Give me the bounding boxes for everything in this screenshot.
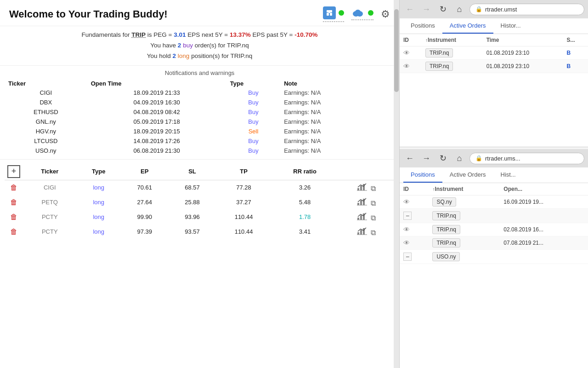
notif-time: 18.09.2019 21:33	[87, 88, 226, 98]
eye-icon[interactable]: 👁	[403, 198, 410, 206]
delete-position-button[interactable]: 🗑	[10, 184, 17, 192]
copy-icon[interactable]: ⧉	[371, 229, 376, 236]
position-row: 🗑 PCTY long 99.90 93.96 110.44 1.78 ⧉	[5, 210, 395, 224]
refresh-button-bottom[interactable]: ↻	[436, 152, 449, 165]
order-id-cell: 👁	[400, 60, 422, 73]
plugin-icon	[323, 6, 336, 19]
pos-tp: 37.27	[216, 195, 271, 210]
orders-col-instrument: ↑Instrument	[422, 34, 483, 46]
copy-icon[interactable]: ⧉	[371, 214, 376, 222]
status-green-2	[368, 10, 373, 16]
tab-history-bottom[interactable]: Hist...	[493, 167, 523, 183]
scrollbar[interactable]	[394, 0, 399, 368]
icon-group-1	[323, 6, 344, 22]
chart-icon[interactable]	[357, 183, 367, 191]
pos2-col-open: Open...	[500, 183, 588, 196]
position-row: 🗑 CIGI long 70.61 68.57 77.28 3.26 ⧉	[5, 180, 395, 195]
svg-rect-12	[360, 201, 362, 205]
refresh-button-top[interactable]: ↻	[436, 3, 449, 16]
orders-col-id: ID	[400, 34, 422, 46]
pos-ep: 99.90	[121, 210, 169, 224]
pos-delete-cell: 🗑	[5, 210, 23, 224]
pos2-col-id: ID	[400, 183, 429, 196]
pos-ep: 97.39	[121, 224, 169, 239]
pos-actions: ⧉	[338, 180, 395, 195]
notif-type: Buy	[226, 88, 280, 98]
chart-icon[interactable]	[357, 197, 367, 206]
order-status: B	[563, 46, 588, 60]
svg-rect-1	[330, 13, 332, 16]
chart-icon[interactable]	[357, 227, 367, 235]
notif-time: 05.09.2019 17:18	[87, 117, 226, 126]
svg-rect-8	[360, 186, 362, 190]
pos-actions: ⧉	[338, 210, 395, 224]
delete-position-button[interactable]: 🗑	[10, 213, 17, 221]
notif-note: Earnings: N/A	[280, 98, 395, 107]
copy-icon[interactable]: ⧉	[371, 184, 376, 192]
lock-icon-bottom: 🔒	[475, 155, 482, 161]
eye-icon[interactable]: 👁	[403, 226, 410, 233]
delete-position-button[interactable]: 🗑	[10, 228, 17, 236]
eye-icon[interactable]: 👁	[403, 49, 410, 57]
position-row2: 👁 TRIP.nq 07.08.2019 21...	[400, 236, 588, 250]
status-green-1	[339, 10, 344, 16]
notif-type: Buy	[226, 107, 280, 117]
browser-toolbar-bottom: ← → ↻ ⌂ 🔒 rtrader.ums...	[400, 149, 588, 167]
col-note: Note	[280, 79, 395, 88]
pos-rr: 1.78	[271, 210, 339, 224]
long-count: 2	[173, 52, 176, 59]
header-icons: ⚙	[323, 6, 390, 22]
notif-ticker: DBX	[5, 98, 87, 107]
tab-positions-bottom[interactable]: Positions	[403, 167, 442, 183]
home-button-bottom[interactable]: ⌂	[453, 152, 466, 165]
svg-rect-16	[360, 215, 362, 220]
instrument-badge: TRIP.nq	[425, 48, 453, 58]
forward-button-bottom[interactable]: →	[420, 152, 433, 165]
browser-tabs-top: Positions Active Orders Histor...	[400, 18, 588, 34]
add-position-button[interactable]: +	[7, 165, 20, 178]
notif-row: USO.ny 06.08.2019 21:30 Buy Earnings: N/…	[5, 146, 395, 155]
pos-badge: SQ.ny	[432, 197, 456, 207]
order-time: 01.08.2019 23:10	[483, 60, 563, 73]
cloud-icon	[351, 8, 365, 17]
peg-label: PEG =	[153, 31, 172, 38]
back-button-bottom[interactable]: ←	[403, 152, 416, 165]
eps-past-label: EPS past 5Y =	[253, 31, 293, 38]
settings-button[interactable]: ⚙	[381, 8, 390, 20]
pos2-time: 16.09.2019 19...	[500, 196, 588, 209]
eps-next-value: 13.37%	[230, 31, 251, 38]
copy-icon[interactable]: ⧉	[371, 199, 376, 207]
notif-ticker: GNL.ny	[5, 117, 87, 126]
browser-top: ← → ↻ ⌂ 🔒 rtrader.umst Positions Active …	[400, 0, 588, 147]
pos-col-actions	[338, 163, 395, 180]
position-row2: 👁 SQ.ny 16.09.2019 19...	[400, 196, 588, 209]
pos-col-rr: RR ratio	[271, 163, 339, 180]
delete-position-button[interactable]: 🗑	[10, 198, 17, 207]
home-button-top[interactable]: ⌂	[453, 3, 466, 16]
chart-icon[interactable]	[357, 212, 367, 220]
position-row2: − USO.ny	[400, 250, 588, 264]
notif-row: ETHUSD 04.08.2019 08:42 Buy Earnings: N/…	[5, 107, 395, 117]
tab-active-orders-bottom[interactable]: Active Orders	[442, 167, 493, 183]
eye-icon[interactable]: 👁	[403, 63, 410, 70]
tab-history-top[interactable]: Histor...	[493, 18, 528, 34]
pos-sl: 25.88	[169, 195, 216, 210]
fundamentals-line1: Fundamentals for TRIP is PEG = 3.01 EPS …	[5, 30, 395, 40]
eye-icon[interactable]: 👁	[403, 239, 410, 247]
pos-badge: USO.ny	[432, 252, 460, 261]
position-row2: 👁 TRIP.nq 02.08.2019 16...	[400, 223, 588, 236]
svg-point-6	[355, 10, 361, 14]
tab-active-orders-top[interactable]: Active Orders	[442, 18, 493, 34]
minus-icon[interactable]: −	[403, 253, 412, 261]
position-row: 🗑 PCTY long 97.39 93.57 110.44 3.41 ⧉	[5, 224, 395, 239]
notif-note: Earnings: N/A	[280, 126, 395, 136]
pos2-col-instrument: ↑Instrument	[429, 183, 500, 196]
back-button-top[interactable]: ←	[403, 3, 416, 16]
tab-positions-top[interactable]: Positions	[403, 18, 442, 34]
browser-content-bottom: ID ↑Instrument Open... 👁 SQ.ny 16.09.201…	[400, 183, 588, 368]
address-bar-bottom[interactable]: 🔒 rtrader.ums...	[469, 153, 584, 164]
notif-time: 04.08.2019 08:42	[87, 107, 226, 117]
minus-icon[interactable]: −	[403, 212, 412, 220]
address-bar-top[interactable]: 🔒 rtrader.umst	[469, 4, 584, 15]
forward-button-top[interactable]: →	[420, 3, 433, 16]
